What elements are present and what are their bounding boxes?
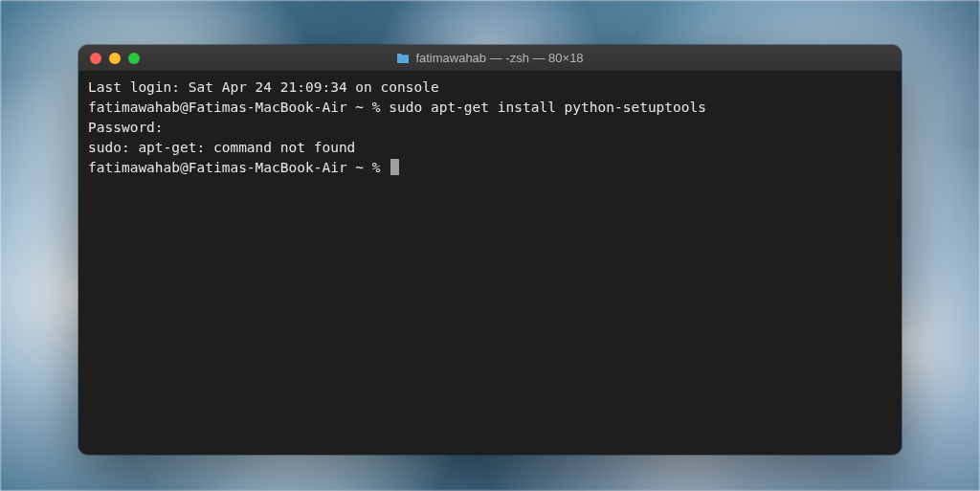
terminal-body[interactable]: Last login: Sat Apr 24 21:09:34 on conso…	[78, 72, 902, 455]
terminal-line: fatimawahab@Fatimas-MacBook-Air ~ % sudo…	[88, 98, 892, 118]
terminal-line: Last login: Sat Apr 24 21:09:34 on conso…	[88, 78, 892, 98]
zoom-button[interactable]	[128, 53, 140, 64]
window-title-container: fatimawahab — -zsh — 80×18	[78, 51, 902, 65]
window-titlebar[interactable]: fatimawahab — -zsh — 80×18	[78, 45, 902, 72]
terminal-prompt: fatimawahab@Fatimas-MacBook-Air ~ %	[88, 160, 389, 175]
terminal-line: Password:	[88, 118, 892, 138]
window-title: fatimawahab — -zsh — 80×18	[415, 51, 583, 65]
close-button[interactable]	[90, 53, 101, 64]
window-controls	[78, 53, 140, 64]
minimize-button[interactable]	[109, 53, 121, 64]
terminal-cursor	[390, 159, 399, 175]
terminal-line: sudo: apt-get: command not found	[88, 138, 892, 158]
folder-icon	[396, 53, 410, 64]
terminal-window: fatimawahab — -zsh — 80×18 Last login: S…	[78, 45, 902, 455]
terminal-prompt-line: fatimawahab@Fatimas-MacBook-Air ~ %	[88, 158, 892, 178]
